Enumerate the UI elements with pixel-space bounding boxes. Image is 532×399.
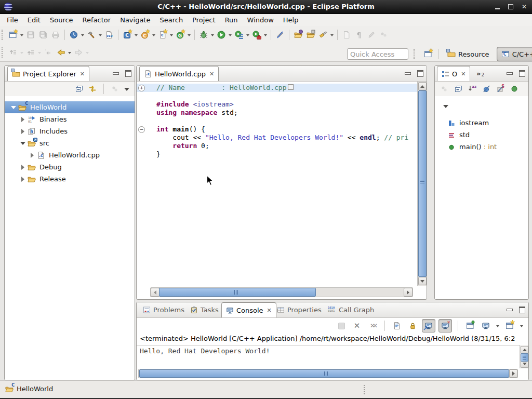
hide-non-public-members-button[interactable] xyxy=(509,84,520,94)
save-button[interactable] xyxy=(24,29,37,41)
open-console-button[interactable] xyxy=(503,320,516,332)
new-wizard-button[interactable] xyxy=(7,29,19,41)
new-global-button[interactable]: G xyxy=(174,29,187,41)
new-global-dropdown[interactable] xyxy=(187,29,192,41)
maximize-view-icon[interactable] xyxy=(519,70,525,77)
clear-console-button[interactable] xyxy=(391,320,403,332)
tree-item-src[interactable]: C src xyxy=(5,137,135,149)
scrollbar-thumb[interactable] xyxy=(418,90,427,277)
scroll-lock-button[interactable] xyxy=(406,320,419,332)
tree-item-binaries[interactable]: 1001 Binaries xyxy=(5,113,135,125)
outline-tab[interactable]: O ✕ xyxy=(437,66,470,81)
scroll-left-button[interactable] xyxy=(151,288,159,297)
previous-annotation-button[interactable] xyxy=(24,46,37,59)
resource-perspective-button[interactable]: Resource xyxy=(443,47,494,61)
scroll-right-button[interactable] xyxy=(509,369,517,378)
title-bar[interactable]: C/C++ - HelloWorld/src/HelloWorld.cpp - … xyxy=(0,0,532,14)
maximize-view-icon[interactable] xyxy=(519,307,525,313)
new-class-button[interactable]: C xyxy=(139,29,151,41)
close-view-icon[interactable]: ✕ xyxy=(461,71,466,77)
build-button[interactable] xyxy=(85,29,98,41)
console-tab[interactable]: Console ✕ xyxy=(221,302,276,317)
scrollbar-thumb[interactable] xyxy=(521,353,528,362)
profiling-tools-dropdown[interactable] xyxy=(80,29,85,41)
new-wizard-dropdown[interactable] xyxy=(19,29,24,41)
menu-refactor[interactable]: Refactor xyxy=(78,15,116,25)
display-console-dropdown[interactable] xyxy=(495,320,500,332)
forward-button[interactable] xyxy=(72,46,85,59)
menu-help[interactable]: Help xyxy=(278,15,303,25)
binary-console-button[interactable]: 010 xyxy=(103,29,115,41)
remove-all-terminated-button[interactable]: ✕✕ xyxy=(366,320,379,332)
new-source-file-button[interactable]: c xyxy=(156,29,169,41)
mark-occurrences-toggle[interactable] xyxy=(274,29,286,41)
menu-search[interactable]: Search xyxy=(155,15,188,25)
scroll-up-button[interactable] xyxy=(418,82,427,90)
project-explorer-tree[interactable]: C HelloWorld 1001 Binaries h Includes xyxy=(5,96,135,380)
next-annotation-dropdown[interactable] xyxy=(19,46,24,59)
maximize-window-icon[interactable] xyxy=(508,4,513,9)
scroll-up-button[interactable] xyxy=(521,346,528,354)
maximize-view-icon[interactable] xyxy=(125,70,131,77)
fold-collapse-icon[interactable]: − xyxy=(138,126,145,133)
minimize-window-icon[interactable] xyxy=(495,8,500,9)
minimize-view-icon[interactable] xyxy=(113,72,119,75)
save-all-button[interactable] xyxy=(37,29,49,41)
menu-run[interactable]: Run xyxy=(220,15,243,25)
minimize-editor-icon[interactable] xyxy=(405,72,411,75)
fold-expand-icon[interactable]: + xyxy=(138,85,145,91)
project-explorer-tab[interactable]: Project Explorer ✕ xyxy=(7,66,89,81)
focus-task-button[interactable] xyxy=(439,84,449,94)
open-perspective-button[interactable] xyxy=(422,48,434,60)
menu-file[interactable]: File xyxy=(2,15,23,25)
remove-launch-button[interactable]: ✕ xyxy=(351,320,363,332)
expand-arrow-icon[interactable] xyxy=(20,141,25,146)
more-views-indicator[interactable]: » 2 xyxy=(472,66,488,81)
link-with-editor-button[interactable] xyxy=(87,84,98,94)
folded-region-indicator[interactable] xyxy=(288,84,294,90)
open-element-button[interactable] xyxy=(292,29,304,41)
code-editor[interactable]: + − // Name : HelloWorld.cpp #include <i… xyxy=(137,82,427,286)
search-button[interactable] xyxy=(317,29,329,41)
expand-arrow-icon[interactable] xyxy=(11,105,16,110)
forward-dropdown[interactable] xyxy=(85,46,90,59)
next-annotation-button[interactable] xyxy=(7,46,19,59)
minimize-view-icon[interactable] xyxy=(507,72,513,75)
previous-annotation-dropdown[interactable] xyxy=(37,46,42,59)
search-dropdown[interactable] xyxy=(329,29,335,41)
scrollbar-thumb[interactable] xyxy=(139,369,509,378)
show-on-stderr-toggle[interactable]: ✕ xyxy=(438,319,452,332)
hide-fields-button[interactable] xyxy=(481,84,491,94)
run-history-button[interactable] xyxy=(233,29,245,41)
menu-edit[interactable]: Edit xyxy=(23,15,45,25)
new-source-file-dropdown[interactable] xyxy=(169,29,174,41)
console-output[interactable]: Hello, Red Hat Developers World! xyxy=(140,347,270,355)
tree-item-helloworld-cpp[interactable]: .c HelloWorld.cpp xyxy=(5,149,135,161)
insert-mode-button[interactable] xyxy=(365,29,378,41)
collapse-arrow-icon[interactable] xyxy=(20,117,25,122)
new-c-project-button[interactable]: C xyxy=(121,29,134,41)
close-editor-icon[interactable]: ✕ xyxy=(209,71,214,77)
run-dropdown[interactable] xyxy=(228,29,233,41)
console-horizontal-scrollbar[interactable] xyxy=(138,369,518,378)
editor-vertical-scrollbar[interactable] xyxy=(417,82,427,286)
collapse-arrow-icon[interactable] xyxy=(20,129,25,134)
view-menu-chevron[interactable] xyxy=(123,85,130,92)
collapse-all-button[interactable] xyxy=(453,84,463,94)
open-resource-button[interactable] xyxy=(304,29,317,41)
collapse-arrow-icon[interactable] xyxy=(30,153,35,158)
profile-button[interactable] xyxy=(250,29,263,41)
word-wrap-button[interactable] xyxy=(378,29,390,41)
collapse-arrow-icon[interactable] xyxy=(20,165,25,170)
run-history-dropdown[interactable] xyxy=(245,29,250,41)
new-class-dropdown[interactable] xyxy=(151,29,156,41)
view-menu-chevron[interactable] xyxy=(442,102,449,110)
problems-tab[interactable]: Problems xyxy=(139,302,189,317)
menu-window[interactable]: Window xyxy=(243,15,278,25)
display-selected-console-button[interactable] xyxy=(480,320,492,332)
close-view-icon[interactable]: ✕ xyxy=(267,307,272,314)
tree-item-debug[interactable]: Debug xyxy=(5,161,135,173)
cpp-perspective-button[interactable]: C C/C++ xyxy=(497,47,532,61)
tree-item-helloworld[interactable]: C HelloWorld xyxy=(5,101,135,113)
close-view-icon[interactable]: ✕ xyxy=(80,71,85,77)
